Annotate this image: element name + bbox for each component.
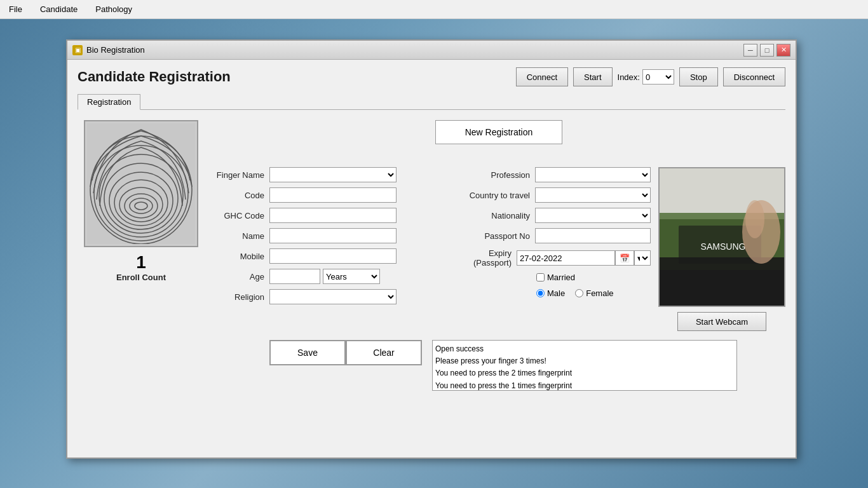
- ghc-label: GHC Code: [212, 211, 269, 220]
- app-title: Candidate Registration: [78, 69, 231, 85]
- window-content: Candidate Registration Connect Start Ind…: [67, 60, 796, 458]
- main-window: ▣ Bio Registration ─ □ ✕ Candidate Regis…: [66, 39, 797, 459]
- profession-row: Profession Doctor Engineer Lawyer: [454, 167, 651, 182]
- married-checkbox[interactable]: [536, 273, 545, 281]
- minimize-button[interactable]: ─: [743, 44, 757, 57]
- window-controls: ─ □ ✕: [743, 44, 790, 57]
- expiry-row: Expiry (Passport) 📅 ▾: [454, 248, 651, 268]
- calendar-button[interactable]: 📅: [615, 250, 634, 266]
- name-label: Name: [212, 231, 269, 241]
- age-unit-select[interactable]: Years Months: [323, 269, 380, 284]
- religion-label: Religion: [212, 292, 269, 302]
- clear-button[interactable]: Clear: [346, 340, 422, 365]
- webcam-image: SAMSUNG: [658, 167, 785, 307]
- religion-select[interactable]: Christian Muslim Other: [269, 289, 397, 304]
- svg-point-18: [745, 200, 764, 238]
- webcam-svg: SAMSUNG: [660, 168, 785, 307]
- passport-input[interactable]: [535, 228, 651, 243]
- expiry-label: Expiry (Passport): [454, 248, 517, 268]
- start-webcam-button[interactable]: Start Webcam: [677, 312, 766, 331]
- menu-bar: File Candidate Pathology: [0, 0, 868, 19]
- finger-name-label: Finger Name: [212, 170, 269, 180]
- new-registration-button[interactable]: New Registration: [435, 120, 562, 144]
- index-select[interactable]: 0 1 2: [642, 69, 674, 85]
- fingerprint-image: [84, 120, 198, 247]
- age-row: Age Years Months: [212, 269, 446, 284]
- female-label: Female: [586, 288, 613, 298]
- left-panel: 1 Enroll Count: [78, 120, 205, 391]
- country-label: Country to travel: [454, 191, 535, 200]
- code-input[interactable]: [269, 187, 397, 203]
- stop-button[interactable]: Stop: [679, 67, 718, 86]
- enroll-number: 1: [136, 252, 146, 273]
- ghc-input[interactable]: [269, 208, 397, 223]
- fingerprint-svg: [87, 123, 195, 244]
- profession-label: Profession: [454, 170, 535, 180]
- center-form: Finger Name Right Thumb Right Index Righ…: [212, 167, 446, 331]
- ghc-row: GHC Code: [212, 208, 446, 223]
- title-bar: ▣ Bio Registration ─ □ ✕: [67, 41, 796, 60]
- log-container: Open success Please press your finger 3 …: [432, 340, 737, 391]
- nationality-label: Nationality: [454, 211, 535, 220]
- passport-label: Passport No: [454, 231, 535, 241]
- gender-row: Male Female: [454, 288, 651, 298]
- log-message-3: You need to press the 2 times fingerprin…: [435, 367, 734, 379]
- registration-layout: 1 Enroll Count New Registration Finger N…: [78, 120, 785, 391]
- married-row: Married: [454, 273, 651, 282]
- menu-pathology[interactable]: Pathology: [92, 3, 136, 15]
- action-buttons: Save Clear: [269, 340, 422, 365]
- disconnect-button[interactable]: Disconnect: [723, 67, 785, 86]
- window-title: Bio Registration: [86, 45, 743, 55]
- save-button[interactable]: Save: [269, 340, 346, 365]
- log-message-4: You need to press the 1 times fingerprin…: [435, 380, 734, 391]
- expiry-dropdown[interactable]: ▾: [634, 250, 651, 266]
- age-input[interactable]: [269, 269, 320, 284]
- finger-name-row: Finger Name Right Thumb Right Index Righ…: [212, 167, 446, 182]
- finger-name-select[interactable]: Right Thumb Right Index Right Middle Lef…: [269, 167, 397, 182]
- mobile-label: Mobile: [212, 252, 269, 261]
- log-message-1: Open success: [435, 343, 734, 355]
- male-label: Male: [547, 288, 565, 298]
- country-select[interactable]: USA UK UAE: [535, 187, 651, 203]
- date-row: 📅 ▾: [517, 250, 651, 266]
- right-form: Profession Doctor Engineer Lawyer Countr…: [454, 167, 651, 331]
- age-controls: Years Months: [269, 269, 380, 284]
- passport-row: Passport No: [454, 228, 651, 243]
- svg-rect-14: [660, 257, 785, 307]
- svg-text:SAMSUNG: SAMSUNG: [701, 241, 746, 252]
- expiry-input[interactable]: [517, 250, 615, 266]
- index-label: Index:: [618, 72, 640, 82]
- enroll-label: Enroll Count: [116, 273, 166, 282]
- tab-bar: Registration: [78, 94, 785, 110]
- menu-file[interactable]: File: [5, 3, 26, 15]
- header-controls: Connect Start Index: 0 1 2 Stop Disconne…: [516, 67, 785, 86]
- religion-row: Religion Christian Muslim Other: [212, 289, 446, 304]
- female-radio[interactable]: [575, 289, 583, 297]
- mobile-row: Mobile: [212, 248, 446, 264]
- index-group: Index: 0 1 2: [618, 69, 674, 85]
- code-label: Code: [212, 191, 269, 200]
- center-area: New Registration Finger Name Right Thumb…: [212, 120, 785, 391]
- form-webcam-row: Finger Name Right Thumb Right Index Righ…: [212, 167, 785, 331]
- maximize-button[interactable]: □: [760, 44, 774, 57]
- code-row: Code: [212, 187, 446, 203]
- country-row: Country to travel USA UK UAE: [454, 187, 651, 203]
- start-button[interactable]: Start: [573, 67, 612, 86]
- close-button[interactable]: ✕: [776, 44, 790, 57]
- name-row: Name: [212, 228, 446, 243]
- profession-select[interactable]: Doctor Engineer Lawyer: [535, 167, 651, 182]
- menu-candidate[interactable]: Candidate: [36, 3, 81, 15]
- female-radio-group: Female: [575, 288, 613, 298]
- male-radio[interactable]: [536, 289, 545, 297]
- nationality-row: Nationality Ghanaian Nigerian: [454, 208, 651, 223]
- age-label: Age: [212, 272, 269, 281]
- connect-button[interactable]: Connect: [516, 67, 568, 86]
- nationality-select[interactable]: Ghanaian Nigerian: [535, 208, 651, 223]
- mobile-input[interactable]: [269, 248, 397, 264]
- tab-registration[interactable]: Registration: [78, 94, 140, 110]
- log-message-2: Please press your finger 3 times!: [435, 355, 734, 367]
- window-icon: ▣: [72, 45, 83, 55]
- action-log-row: Save Clear Open success Please press you…: [212, 340, 785, 391]
- name-input[interactable]: [269, 228, 397, 243]
- log-area[interactable]: Open success Please press your finger 3 …: [432, 340, 737, 391]
